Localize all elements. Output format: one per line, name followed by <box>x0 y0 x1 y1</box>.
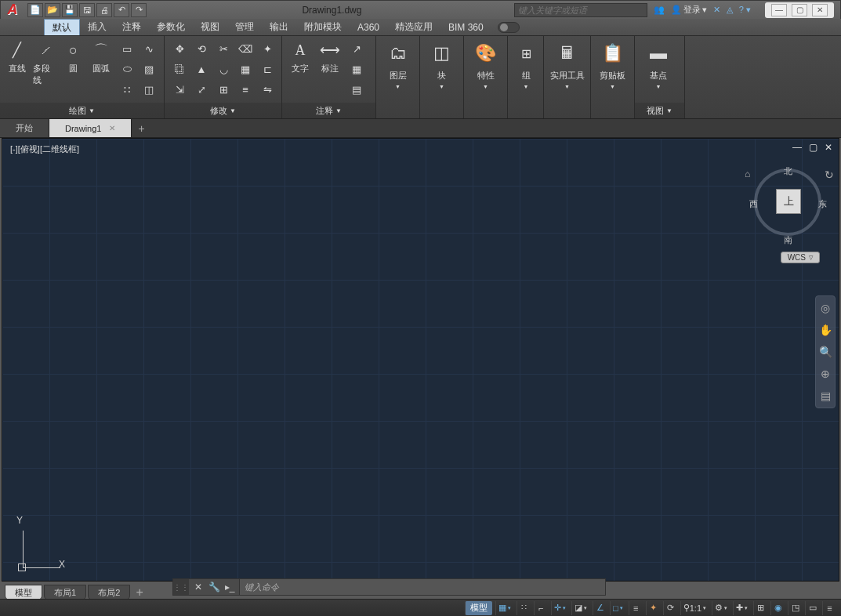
open-icon[interactable]: 📂 <box>45 3 60 17</box>
maximize-button[interactable]: ▢ <box>792 4 807 16</box>
undo-icon[interactable]: ↶ <box>114 3 129 17</box>
customize-icon[interactable]: ≡ <box>822 601 836 615</box>
leader-icon[interactable]: ↗ <box>346 39 367 58</box>
viewcube[interactable]: ⌂ ↻ 上 北 南 东 西 <box>745 158 831 259</box>
tab-parametric[interactable]: 参数化 <box>149 19 193 35</box>
gear-icon[interactable]: ⚙▾ <box>712 601 730 615</box>
group-button[interactable]: ⊞组▼ <box>513 39 539 118</box>
monitor-icon[interactable]: ⊞ <box>753 601 767 615</box>
new-tab-button[interactable]: + <box>132 119 150 137</box>
tab-addins[interactable]: 附加模块 <box>296 19 350 35</box>
isolate-icon[interactable]: ◳ <box>788 601 802 615</box>
compass-south[interactable]: 南 <box>784 234 792 246</box>
rect-icon[interactable]: ▭ <box>117 39 137 58</box>
wcs-label[interactable]: WCS▽ <box>781 252 820 263</box>
stretch-icon[interactable]: ⇲ <box>169 80 190 99</box>
erase-icon[interactable]: ⌫ <box>235 39 256 58</box>
tab-featured[interactable]: 精选应用 <box>387 19 440 35</box>
panel-draw-title[interactable]: 绘图▼ <box>0 103 164 118</box>
circle-button[interactable]: ○圆 <box>61 39 86 103</box>
lineweight-icon[interactable]: ≡ <box>629 601 643 615</box>
osnap-toggle-icon[interactable]: ∠ <box>593 601 607 615</box>
tab-a360[interactable]: A360 <box>350 19 387 35</box>
table-icon[interactable]: ▦ <box>346 60 367 78</box>
offset-icon[interactable]: ⊏ <box>257 60 277 78</box>
region-icon[interactable]: ◫ <box>139 80 159 99</box>
dim-button[interactable]: ⟷标注 <box>317 39 343 103</box>
otrack-toggle-icon[interactable]: □▾ <box>610 601 625 615</box>
status-model[interactable]: 模型 <box>465 601 492 615</box>
layout-1[interactable]: 布局1 <box>44 585 86 600</box>
compass-north[interactable]: 北 <box>784 165 792 177</box>
mirror-icon[interactable]: ▲ <box>191 60 212 78</box>
ribbon-min-toggle[interactable] <box>498 22 520 33</box>
pan-icon[interactable]: ✋ <box>818 323 832 337</box>
fillet-icon[interactable]: ◡ <box>213 60 234 78</box>
properties-button[interactable]: 🎨特性▼ <box>469 39 502 118</box>
transparency-icon[interactable]: ✦ <box>646 601 660 615</box>
vp-minimize-icon[interactable]: — <box>792 142 803 153</box>
trim-icon[interactable]: ✂ <box>213 39 234 58</box>
print-icon[interactable]: 🖨 <box>96 3 112 17</box>
search-input[interactable] <box>514 3 647 17</box>
tab-view[interactable]: 视图 <box>193 19 227 35</box>
tab-annotate[interactable]: 注释 <box>114 19 149 35</box>
base-button[interactable]: ▬基点▼ <box>640 39 677 103</box>
vp-maximize-icon[interactable]: ▢ <box>807 142 818 153</box>
viewport-label[interactable]: [-][俯视][二维线框] <box>10 143 79 155</box>
array-icon[interactable]: ▦ <box>235 60 256 78</box>
panel-modify-title[interactable]: 修改▼ <box>165 103 281 118</box>
command-input[interactable]: 键入命令 <box>239 579 605 595</box>
rotate-icon[interactable]: ⟲ <box>191 39 212 58</box>
showmotion-icon[interactable]: ▤ <box>818 389 832 403</box>
saveas-icon[interactable]: 🖫 <box>79 3 95 17</box>
annoscale-icon[interactable]: ⚲ 1:1▾ <box>680 601 709 615</box>
new-icon[interactable]: 📄 <box>27 3 43 17</box>
scale-icon[interactable]: ⤢ <box>191 80 212 99</box>
hatch-icon[interactable]: ▨ <box>139 60 159 78</box>
cleanscreen-icon[interactable]: ▭ <box>805 601 819 615</box>
cmd-prompt-icon[interactable]: ▸_ <box>223 581 236 593</box>
rotate-arrows-icon[interactable]: ↻ <box>825 168 834 181</box>
polar-toggle-icon[interactable]: ✛▾ <box>551 601 568 615</box>
clipboard-button[interactable]: 📋剪贴板▼ <box>596 39 629 118</box>
tab-output[interactable]: 输出 <box>262 19 296 35</box>
minimize-button[interactable]: — <box>771 4 787 16</box>
block-button[interactable]: ◫块▼ <box>425 39 459 118</box>
spline-icon[interactable]: ∿ <box>139 39 159 58</box>
ortho-toggle-icon[interactable]: ⌐ <box>534 601 548 615</box>
vp-close-icon[interactable]: ✕ <box>823 142 834 153</box>
break-icon[interactable]: ⇋ <box>257 80 277 99</box>
grid-toggle-icon[interactable]: ▦▾ <box>495 601 513 615</box>
point-icon[interactable]: ∷ <box>117 80 137 99</box>
cycling-icon[interactable]: ⟳ <box>663 601 677 615</box>
panel-annotate-title[interactable]: 注释▼ <box>282 103 375 118</box>
layout-2[interactable]: 布局2 <box>88 585 130 600</box>
mtext-icon[interactable]: ▤ <box>346 80 367 99</box>
align-icon[interactable]: ≡ <box>235 80 256 99</box>
close-icon[interactable]: ✕ <box>109 124 115 132</box>
help-icon[interactable]: ? ▾ <box>739 5 751 15</box>
command-line[interactable]: ⋮⋮ ✕ 🔧 ▸_ 键入命令 <box>172 578 606 596</box>
login-button[interactable]: 👤 登录 ▾ <box>671 4 707 16</box>
tab-drawing1[interactable]: Drawing1✕ <box>49 119 132 137</box>
zoom-icon[interactable]: 🔍 <box>818 345 832 359</box>
a360-icon[interactable]: ◬ <box>727 5 733 15</box>
ellipse-icon[interactable]: ⬭ <box>117 60 137 78</box>
layer-button[interactable]: 🗂图层▼ <box>381 39 415 118</box>
tab-insert[interactable]: 插入 <box>80 19 114 35</box>
copy-icon[interactable]: ⿻ <box>169 60 190 78</box>
tab-manage[interactable]: 管理 <box>227 19 262 35</box>
viewcube-face[interactable]: 上 <box>776 189 801 214</box>
cmd-handle-icon[interactable]: ⋮⋮ <box>173 579 189 595</box>
redo-icon[interactable]: ↷ <box>131 3 147 17</box>
arrayr-icon[interactable]: ⊞ <box>213 80 234 99</box>
arc-button[interactable]: ⌒圆弧 <box>89 39 114 103</box>
infocenter-icon[interactable]: 👥 <box>654 5 665 15</box>
iso-toggle-icon[interactable]: ◪▾ <box>571 601 589 615</box>
line-button[interactable]: ╱直线 <box>5 39 30 103</box>
workspace-icon[interactable]: ✚▾ <box>733 601 750 615</box>
app-logo[interactable]: A <box>1 1 24 20</box>
explode-icon[interactable]: ✦ <box>257 39 277 58</box>
home-icon[interactable]: ⌂ <box>745 168 750 179</box>
